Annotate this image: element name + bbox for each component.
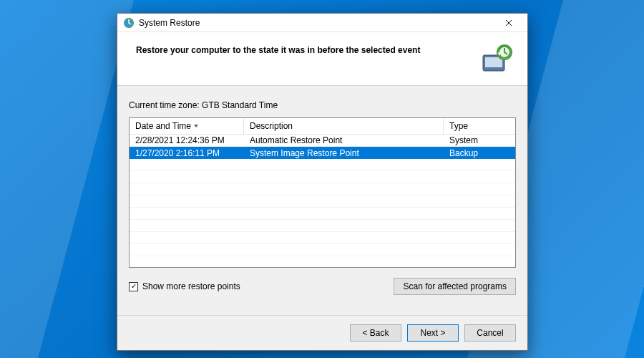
timezone-label: Current time zone: GTB Standard Time	[129, 100, 516, 110]
cell-desc: Automatic Restore Point	[244, 135, 444, 145]
dialog-footer: < Back Next > Cancel	[117, 315, 527, 350]
restore-points-list: Date and Time Description Type 2/28/2021…	[129, 117, 516, 268]
show-more-checkbox[interactable]: ✓	[129, 282, 138, 291]
list-empty-row	[130, 195, 515, 208]
list-empty-row	[130, 232, 515, 244]
cell-date: 1/27/2020 2:16:11 PM	[130, 148, 244, 158]
window-title: System Restore	[139, 18, 494, 28]
table-row[interactable]: 1/27/2020 2:16:11 PM System Image Restor…	[130, 147, 515, 159]
list-empty-row	[130, 256, 515, 268]
column-header-type-label: Type	[449, 121, 468, 131]
cell-type: Backup	[444, 148, 515, 158]
list-empty-row	[130, 183, 515, 195]
system-restore-icon	[123, 17, 135, 29]
content-area: Current time zone: GTB Standard Time Dat…	[117, 86, 527, 315]
page-heading: Restore your computer to the state it wa…	[136, 42, 479, 85]
scan-affected-button[interactable]: Scan for affected programs	[394, 278, 516, 295]
list-header: Date and Time Description Type	[130, 118, 515, 135]
restore-large-icon	[479, 42, 513, 77]
sort-descending-icon	[194, 125, 198, 127]
show-more-label[interactable]: Show more restore points	[142, 281, 240, 291]
back-button[interactable]: < Back	[350, 324, 401, 342]
column-header-date[interactable]: Date and Time	[130, 118, 244, 134]
next-button[interactable]: Next >	[407, 324, 459, 342]
below-list-row: ✓ Show more restore points Scan for affe…	[129, 278, 516, 295]
column-header-date-label: Date and Time	[135, 121, 191, 131]
system-restore-dialog: System Restore Restore your computer to …	[117, 13, 528, 351]
list-empty-row	[130, 171, 515, 183]
svg-rect-2	[485, 57, 502, 67]
list-empty-row	[130, 208, 515, 220]
cell-desc: System Image Restore Point	[244, 148, 444, 158]
check-icon: ✓	[131, 283, 137, 290]
column-header-desc-label: Description	[250, 121, 293, 131]
list-empty-row	[130, 244, 515, 256]
list-body: 2/28/2021 12:24:36 PM Automatic Restore …	[130, 135, 515, 268]
table-row[interactable]: 2/28/2021 12:24:36 PM Automatic Restore …	[130, 135, 515, 147]
cancel-button[interactable]: Cancel	[464, 324, 516, 342]
list-empty-row	[130, 220, 515, 232]
list-empty-row	[130, 159, 515, 171]
close-button[interactable]	[494, 15, 523, 31]
cell-type: System	[444, 135, 515, 145]
column-header-description[interactable]: Description	[244, 118, 444, 134]
cell-date: 2/28/2021 12:24:36 PM	[130, 135, 244, 145]
column-header-type[interactable]: Type	[444, 118, 515, 134]
titlebar: System Restore	[117, 14, 527, 32]
header-band: Restore your computer to the state it wa…	[117, 32, 527, 86]
